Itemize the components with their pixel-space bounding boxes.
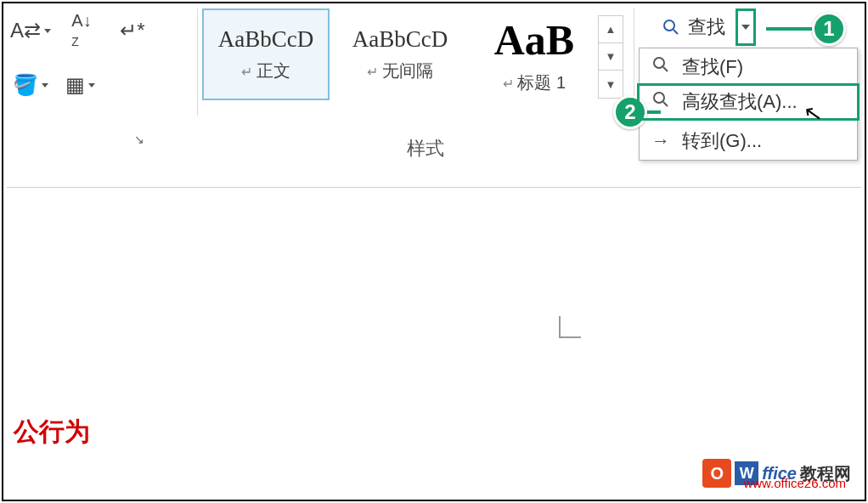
ribbon: A⇄ A↓Z ↵* 🪣 ▦ ↘ xyxy=(3,3,865,173)
watermark-site: www.office26.com xyxy=(743,476,846,490)
callout-badge-1: 1 xyxy=(812,12,846,46)
svg-point-4 xyxy=(654,93,664,103)
find-button[interactable]: 查找 xyxy=(652,8,736,46)
borders-button[interactable]: ▦ xyxy=(61,66,99,104)
dialog-launcher-icon[interactable]: ↘ xyxy=(134,133,149,148)
dropdown-item-label: 高级查找(A)... xyxy=(682,89,798,115)
font-toolbar-group: A⇄ A↓Z ↵* 🪣 ▦ ↘ xyxy=(7,8,195,107)
styles-group-label: 样式 xyxy=(202,136,649,161)
separator xyxy=(197,8,198,116)
style-card-normal[interactable]: AaBbCcD 正文 xyxy=(202,8,330,100)
find-dropdown-menu: 查找(F) 高级查找(A)... → 转到(G)... xyxy=(639,48,858,161)
gallery-scroll-down[interactable]: ▼ xyxy=(599,43,623,71)
document-text: 公行为 xyxy=(14,415,90,449)
watermark-logo: O W ffice 教程网 www.office26.com xyxy=(702,459,851,488)
arrow-right-icon: → xyxy=(651,130,670,152)
svg-line-3 xyxy=(663,67,668,71)
gallery-expand[interactable]: ▼ xyxy=(599,71,623,98)
search-icon xyxy=(651,56,670,78)
shading-button[interactable]: 🪣 xyxy=(12,66,49,104)
dropdown-item-advanced-find[interactable]: 高级查找(A)... xyxy=(637,83,860,121)
find-label: 查找 xyxy=(688,14,725,40)
paint-bucket-icon: 🪣 xyxy=(13,73,38,97)
change-case-button[interactable]: A⇄ xyxy=(12,12,49,49)
page-corner-mark xyxy=(559,316,581,338)
svg-point-2 xyxy=(654,58,664,68)
style-preview: AaBbCcD xyxy=(352,26,448,53)
style-name: 标题 1 xyxy=(503,71,566,94)
search-icon xyxy=(662,19,679,36)
styles-gallery: AaBbCcD 正文 AaBbCcD 无间隔 AaB 标题 1 xyxy=(202,8,649,100)
pilcrow-icon: ↵* xyxy=(120,19,144,42)
svg-point-0 xyxy=(664,20,674,31)
dropdown-item-goto[interactable]: → 转到(G)... xyxy=(640,122,857,160)
callout-line xyxy=(766,27,814,31)
change-case-icon: A⇄ xyxy=(10,19,41,42)
style-preview: AaB xyxy=(494,15,574,65)
sort-icon: A↓Z xyxy=(71,11,91,50)
style-card-nospacing[interactable]: AaBbCcD 无间隔 xyxy=(336,8,464,100)
show-marks-button[interactable]: ↵* xyxy=(114,12,151,49)
ribbon-separator xyxy=(7,187,861,188)
find-button-wrap: 查找 xyxy=(652,8,756,46)
dropdown-item-label: 查找(F) xyxy=(682,54,743,80)
styles-group: AaBbCcD 正文 AaBbCcD 无间隔 AaB 标题 1 样式 ↘ xyxy=(202,8,649,161)
gallery-scroll-up[interactable]: ▲ xyxy=(599,16,623,43)
find-dropdown-arrow[interactable] xyxy=(736,8,756,46)
svg-line-5 xyxy=(663,102,668,106)
gallery-scrollbar: ▲ ▼ ▼ xyxy=(598,15,623,99)
search-icon xyxy=(651,91,670,113)
dropdown-item-label: 转到(G)... xyxy=(682,128,762,154)
sort-button[interactable]: A↓Z xyxy=(63,12,100,49)
style-name: 正文 xyxy=(241,59,290,82)
document-area[interactable]: 公行为 O W ffice 教程网 www.office26.com xyxy=(7,190,861,496)
dropdown-item-find[interactable]: 查找(F) xyxy=(640,48,857,86)
style-name: 无间隔 xyxy=(367,59,432,82)
svg-line-1 xyxy=(674,30,678,34)
style-preview: AaBbCcD xyxy=(218,26,313,53)
office-logo-icon: O xyxy=(702,459,731,488)
border-icon: ▦ xyxy=(65,73,85,97)
style-card-heading1[interactable]: AaB 标题 1 xyxy=(471,8,598,100)
